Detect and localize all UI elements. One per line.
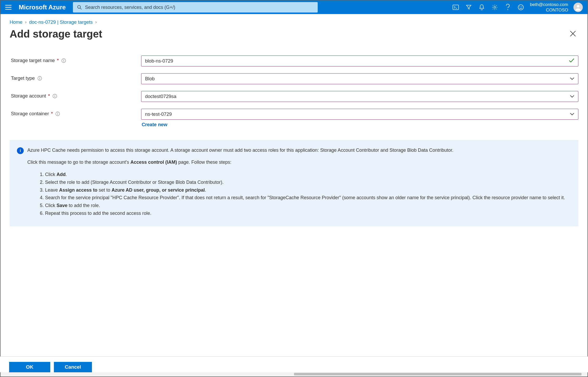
svg-rect-11 — [63, 60, 64, 62]
svg-line-1 — [80, 8, 82, 9]
account-field-label: Storage account * — [11, 91, 141, 99]
info-badge-icon: i — [17, 147, 24, 154]
name-input[interactable]: blob-ns-0729 — [141, 56, 578, 66]
filter-icon[interactable] — [462, 1, 475, 14]
info-icon[interactable] — [53, 94, 57, 98]
callout-p1: Azure HPC Cache needs permission to acce… — [27, 147, 571, 154]
chevron-right-icon: › — [22, 20, 29, 25]
permissions-info-callout[interactable]: i Azure HPC Cache needs permission to ac… — [10, 140, 578, 226]
create-new-link[interactable]: Create new — [141, 120, 167, 127]
type-dropdown[interactable]: Blob — [141, 73, 578, 84]
svg-rect-20 — [58, 113, 58, 115]
svg-point-3 — [494, 7, 496, 8]
svg-point-16 — [54, 95, 55, 95]
container-dropdown[interactable]: ns-test-0729 — [141, 109, 578, 120]
chevron-down-icon — [570, 111, 574, 117]
footer-bar: OK Cancel — [0, 356, 588, 372]
svg-point-7 — [522, 6, 522, 7]
search-input[interactable] — [85, 5, 314, 10]
svg-point-6 — [520, 6, 520, 7]
notification-bell-icon[interactable] — [475, 1, 488, 14]
brand-label[interactable]: Microsoft Azure — [14, 4, 73, 11]
breadcrumb: Home › doc-ns-0729 | Storage targets › — [10, 14, 578, 28]
search-box[interactable] — [73, 2, 318, 13]
svg-point-8 — [577, 5, 579, 8]
account-info[interactable]: beth@contoso.com CONTOSO — [527, 2, 571, 13]
info-icon[interactable] — [37, 76, 42, 81]
breadcrumb-home[interactable]: Home — [10, 19, 22, 25]
search-icon — [77, 5, 82, 10]
chevron-right-icon: › — [93, 20, 99, 25]
svg-point-19 — [58, 113, 58, 113]
account-email: beth@contoso.com — [530, 2, 568, 7]
svg-point-13 — [39, 77, 40, 78]
page-title: Add storage target — [10, 28, 567, 40]
hamburger-icon[interactable] — [3, 2, 14, 12]
breadcrumb-current[interactable]: doc-ns-0729 | Storage targets — [29, 19, 93, 25]
chevron-down-icon — [570, 94, 574, 99]
callout-p2: Click this message to go to the storage … — [27, 159, 571, 166]
scroll-thumb[interactable] — [294, 373, 581, 375]
help-icon[interactable] — [501, 1, 514, 14]
svg-rect-2 — [453, 5, 459, 10]
type-field-label: Target type — [11, 73, 141, 81]
info-icon[interactable] — [55, 112, 60, 116]
required-asterisk: * — [48, 93, 50, 99]
svg-point-10 — [63, 59, 64, 60]
horizontal-scrollbar[interactable] — [1, 372, 587, 376]
container-field-label: Storage container * — [11, 109, 141, 117]
cloud-shell-icon[interactable] — [449, 1, 462, 14]
svg-rect-17 — [54, 96, 55, 97]
check-icon — [569, 58, 574, 64]
settings-gear-icon[interactable] — [488, 1, 501, 14]
svg-point-5 — [518, 5, 523, 10]
ok-button[interactable]: OK — [9, 362, 50, 372]
required-asterisk: * — [51, 111, 53, 117]
svg-point-0 — [78, 5, 80, 8]
close-icon — [570, 30, 576, 37]
feedback-smiley-icon[interactable] — [514, 1, 527, 14]
name-field-label: Storage target name * — [11, 56, 141, 63]
avatar[interactable] — [573, 3, 583, 12]
header-icon-tray — [449, 1, 527, 14]
chevron-down-icon — [570, 76, 574, 82]
callout-steps: Click Add. Select the role to add (Stora… — [27, 171, 571, 217]
account-dropdown[interactable]: doctest0729sa — [141, 91, 578, 102]
close-button[interactable] — [567, 28, 578, 40]
required-asterisk: * — [57, 58, 59, 63]
svg-rect-14 — [39, 78, 40, 80]
info-icon[interactable] — [61, 58, 66, 63]
cancel-button[interactable]: Cancel — [54, 362, 92, 372]
account-org: CONTOSO — [530, 7, 568, 13]
top-header: Microsoft Azure beth@contoso.com CONTOSO — [1, 1, 587, 14]
svg-point-4 — [508, 9, 508, 10]
